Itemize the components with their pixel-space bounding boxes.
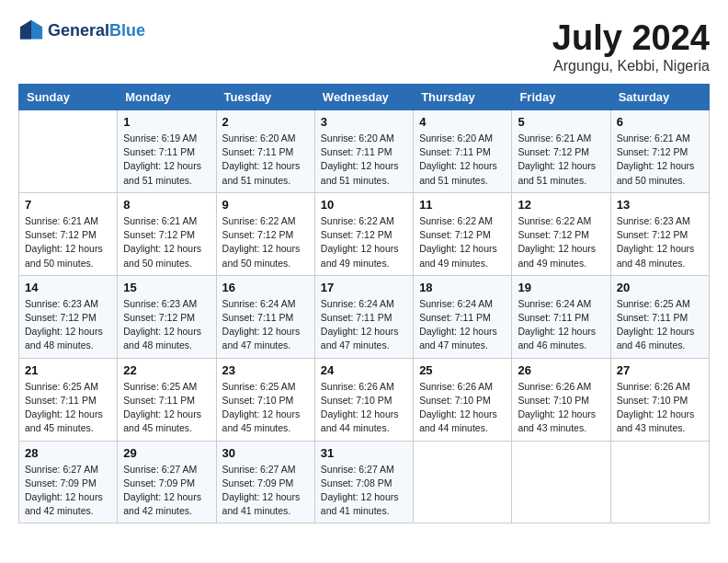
- calendar-cell: 17Sunrise: 6:24 AMSunset: 7:11 PMDayligh…: [314, 275, 413, 358]
- day-number: 26: [518, 363, 604, 377]
- day-info: Sunrise: 6:22 AMSunset: 7:12 PMDaylight:…: [222, 214, 309, 270]
- page-header: GeneralBlue July 2024 Argungu, Kebbi, Ni…: [18, 18, 710, 75]
- day-number: 20: [617, 281, 703, 294]
- svg-marker-1: [20, 20, 31, 40]
- header-day: Sunday: [19, 85, 118, 110]
- day-info: Sunrise: 6:23 AMSunset: 7:12 PMDaylight:…: [123, 297, 210, 353]
- day-info: Sunrise: 6:20 AMSunset: 7:11 PMDaylight:…: [222, 132, 309, 188]
- day-number: 16: [222, 281, 309, 294]
- day-info: Sunrise: 6:25 AMSunset: 7:11 PMDaylight:…: [617, 297, 703, 353]
- header-day: Monday: [118, 85, 216, 110]
- day-number: 13: [617, 198, 703, 212]
- calendar-cell: 24Sunrise: 6:26 AMSunset: 7:10 PMDayligh…: [314, 358, 413, 441]
- calendar-week-row: 7Sunrise: 6:21 AMSunset: 7:12 PMDaylight…: [19, 192, 710, 275]
- calendar-week-row: 28Sunrise: 6:27 AMSunset: 7:09 PMDayligh…: [19, 441, 710, 523]
- header-day: Thursday: [414, 85, 512, 110]
- day-info: Sunrise: 6:27 AMSunset: 7:08 PMDaylight:…: [321, 463, 407, 519]
- calendar-cell: 10Sunrise: 6:22 AMSunset: 7:12 PMDayligh…: [314, 192, 413, 275]
- day-info: Sunrise: 6:20 AMSunset: 7:11 PMDaylight:…: [419, 132, 506, 188]
- calendar-cell: 26Sunrise: 6:26 AMSunset: 7:10 PMDayligh…: [512, 358, 610, 441]
- calendar-table: SundayMondayTuesdayWednesdayThursdayFrid…: [18, 84, 710, 523]
- day-number: 14: [25, 281, 111, 294]
- day-info: Sunrise: 6:24 AMSunset: 7:11 PMDaylight:…: [419, 297, 506, 353]
- day-info: Sunrise: 6:23 AMSunset: 7:12 PMDaylight:…: [617, 214, 703, 270]
- day-number: 15: [123, 281, 210, 294]
- day-info: Sunrise: 6:22 AMSunset: 7:12 PMDaylight:…: [419, 214, 506, 270]
- calendar-cell: 31Sunrise: 6:27 AMSunset: 7:08 PMDayligh…: [314, 441, 413, 523]
- day-info: Sunrise: 6:22 AMSunset: 7:12 PMDaylight:…: [321, 214, 407, 270]
- day-number: 25: [419, 363, 506, 377]
- day-number: 24: [321, 363, 407, 377]
- day-number: 18: [419, 281, 506, 294]
- calendar-cell: 25Sunrise: 6:26 AMSunset: 7:10 PMDayligh…: [414, 358, 512, 441]
- day-info: Sunrise: 6:22 AMSunset: 7:12 PMDaylight:…: [518, 214, 604, 270]
- calendar-cell: 12Sunrise: 6:22 AMSunset: 7:12 PMDayligh…: [512, 192, 610, 275]
- calendar-cell: [610, 441, 709, 523]
- calendar-cell: 3Sunrise: 6:20 AMSunset: 7:11 PMDaylight…: [314, 110, 413, 193]
- calendar-cell: [512, 441, 610, 523]
- calendar-cell: 28Sunrise: 6:27 AMSunset: 7:09 PMDayligh…: [19, 441, 118, 523]
- month-title: July 2024: [552, 18, 710, 58]
- logo-text: GeneralBlue: [48, 22, 145, 40]
- calendar-cell: 6Sunrise: 6:21 AMSunset: 7:12 PMDaylight…: [610, 110, 709, 193]
- calendar-cell: 9Sunrise: 6:22 AMSunset: 7:12 PMDaylight…: [216, 192, 314, 275]
- day-number: 1: [123, 115, 210, 129]
- calendar-cell: 21Sunrise: 6:25 AMSunset: 7:11 PMDayligh…: [19, 358, 118, 441]
- day-info: Sunrise: 6:24 AMSunset: 7:11 PMDaylight:…: [518, 297, 604, 353]
- day-info: Sunrise: 6:24 AMSunset: 7:11 PMDaylight:…: [321, 297, 407, 353]
- day-number: 5: [518, 115, 604, 129]
- calendar-week-row: 21Sunrise: 6:25 AMSunset: 7:11 PMDayligh…: [19, 358, 710, 441]
- header-day: Friday: [512, 85, 610, 110]
- day-info: Sunrise: 6:26 AMSunset: 7:10 PMDaylight:…: [321, 380, 407, 436]
- day-number: 29: [123, 446, 210, 460]
- calendar-cell: 4Sunrise: 6:20 AMSunset: 7:11 PMDaylight…: [414, 110, 512, 193]
- day-info: Sunrise: 6:26 AMSunset: 7:10 PMDaylight:…: [419, 380, 506, 436]
- day-number: 23: [222, 363, 309, 377]
- day-number: 22: [123, 363, 210, 377]
- day-number: 31: [321, 446, 407, 460]
- calendar-cell: 15Sunrise: 6:23 AMSunset: 7:12 PMDayligh…: [118, 275, 216, 358]
- day-info: Sunrise: 6:20 AMSunset: 7:11 PMDaylight:…: [321, 132, 407, 188]
- day-info: Sunrise: 6:21 AMSunset: 7:12 PMDaylight:…: [617, 132, 703, 188]
- day-info: Sunrise: 6:25 AMSunset: 7:10 PMDaylight:…: [222, 380, 309, 436]
- day-number: 9: [222, 198, 309, 212]
- header-day: Saturday: [610, 85, 709, 110]
- day-info: Sunrise: 6:21 AMSunset: 7:12 PMDaylight:…: [123, 214, 210, 270]
- calendar-cell: 5Sunrise: 6:21 AMSunset: 7:12 PMDaylight…: [512, 110, 610, 193]
- calendar-cell: 19Sunrise: 6:24 AMSunset: 7:11 PMDayligh…: [512, 275, 610, 358]
- day-number: 17: [321, 281, 407, 294]
- day-info: Sunrise: 6:24 AMSunset: 7:11 PMDaylight:…: [222, 297, 309, 353]
- day-info: Sunrise: 6:25 AMSunset: 7:11 PMDaylight:…: [25, 380, 111, 436]
- day-info: Sunrise: 6:21 AMSunset: 7:12 PMDaylight:…: [25, 214, 111, 270]
- calendar-cell: 7Sunrise: 6:21 AMSunset: 7:12 PMDaylight…: [19, 192, 118, 275]
- calendar-cell: 11Sunrise: 6:22 AMSunset: 7:12 PMDayligh…: [414, 192, 512, 275]
- day-info: Sunrise: 6:27 AMSunset: 7:09 PMDaylight:…: [25, 463, 111, 519]
- calendar-cell: 18Sunrise: 6:24 AMSunset: 7:11 PMDayligh…: [414, 275, 512, 358]
- day-info: Sunrise: 6:27 AMSunset: 7:09 PMDaylight:…: [123, 463, 210, 519]
- calendar-cell: 14Sunrise: 6:23 AMSunset: 7:12 PMDayligh…: [19, 275, 118, 358]
- calendar-cell: 22Sunrise: 6:25 AMSunset: 7:11 PMDayligh…: [118, 358, 216, 441]
- day-info: Sunrise: 6:27 AMSunset: 7:09 PMDaylight:…: [222, 463, 309, 519]
- day-info: Sunrise: 6:23 AMSunset: 7:12 PMDaylight:…: [25, 297, 111, 353]
- calendar-cell: 2Sunrise: 6:20 AMSunset: 7:11 PMDaylight…: [216, 110, 314, 193]
- calendar-cell: 20Sunrise: 6:25 AMSunset: 7:11 PMDayligh…: [610, 275, 709, 358]
- calendar-cell: 29Sunrise: 6:27 AMSunset: 7:09 PMDayligh…: [118, 441, 216, 523]
- day-number: 12: [518, 198, 604, 212]
- header-day: Tuesday: [216, 85, 314, 110]
- day-info: Sunrise: 6:21 AMSunset: 7:12 PMDaylight:…: [518, 132, 604, 188]
- calendar-week-row: 1Sunrise: 6:19 AMSunset: 7:11 PMDaylight…: [19, 110, 710, 193]
- location-title: Argungu, Kebbi, Nigeria: [552, 58, 710, 75]
- day-number: 7: [25, 198, 111, 212]
- logo: GeneralBlue: [18, 18, 145, 44]
- calendar-cell: 1Sunrise: 6:19 AMSunset: 7:11 PMDaylight…: [118, 110, 216, 193]
- day-number: 21: [25, 363, 111, 377]
- day-number: 30: [222, 446, 309, 460]
- day-info: Sunrise: 6:19 AMSunset: 7:11 PMDaylight:…: [123, 132, 210, 188]
- calendar-cell: 8Sunrise: 6:21 AMSunset: 7:12 PMDaylight…: [118, 192, 216, 275]
- calendar-cell: [19, 110, 118, 193]
- day-number: 10: [321, 198, 407, 212]
- day-number: 19: [518, 281, 604, 294]
- day-info: Sunrise: 6:26 AMSunset: 7:10 PMDaylight:…: [617, 380, 703, 436]
- day-number: 8: [123, 198, 210, 212]
- day-number: 4: [419, 115, 506, 129]
